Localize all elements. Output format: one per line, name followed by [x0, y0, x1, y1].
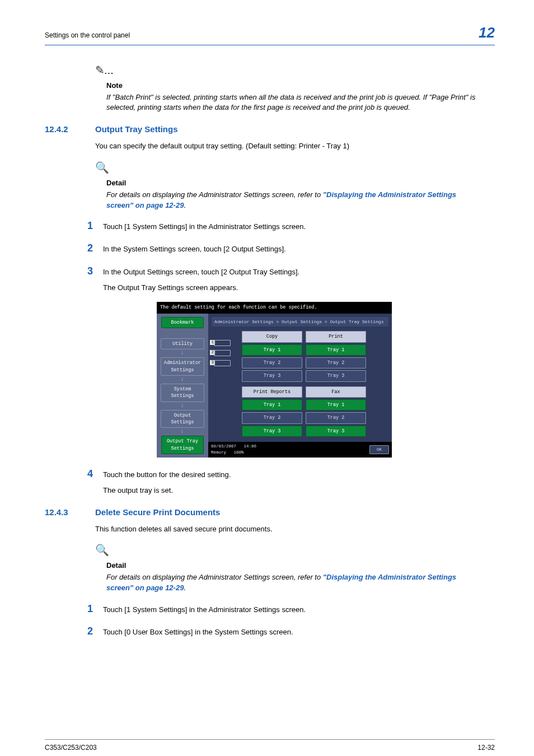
chapter-number: 12 [479, 22, 495, 44]
tray-illustration: 1 2 3 [212, 339, 238, 369]
step-item: 1 Touch [1 System Settings] in the Admin… [84, 218, 495, 233]
column-header-reports: Print Reports [242, 386, 302, 398]
note-body: If "Batch Print" is selected, printing s… [106, 92, 481, 114]
option-copy-tray1[interactable]: Tray 1 [242, 344, 302, 356]
step-item: 1 Touch [1 System Settings] in the Admin… [84, 601, 495, 616]
column-header-fax: Fax [306, 386, 366, 398]
status-bar: 08/03/2007 14:06 Memory 100% OK [208, 442, 392, 458]
step-text: In the System Settings screen, touch [2 … [103, 244, 495, 255]
column-copy: Copy Tray 1 Tray 2 Tray 3 [242, 331, 302, 381]
sidebar-output-tray-settings[interactable]: Output Tray Settings [161, 436, 204, 454]
magnifier-icon: 🔍 [95, 160, 109, 176]
option-reports-tray2[interactable]: Tray 2 [242, 412, 302, 423]
option-print-tray1[interactable]: Tray 1 [306, 344, 366, 356]
step-item: 3 In the Output Settings screen, touch [… [84, 264, 495, 278]
sidebar-system-settings[interactable]: System Settings [161, 384, 204, 402]
header-section-title: Settings on the control panel [45, 31, 130, 40]
column-header-print: Print [306, 331, 366, 342]
option-fax-tray2[interactable]: Tray 2 [306, 412, 366, 423]
step-item: 2 Touch [0 User Box Settings] in the Sys… [84, 624, 495, 638]
option-reports-tray3[interactable]: Tray 3 [242, 426, 302, 437]
footer-model: C353/C253/C203 [45, 743, 97, 753]
detail-post: . [184, 584, 186, 592]
detail-pre: For details on displaying the Administra… [106, 573, 323, 581]
detail-pre: For details on displaying the Administra… [106, 190, 323, 199]
section-number: 12.4.2 [45, 123, 84, 136]
step-text: In the Output Settings screen, touch [2 … [103, 267, 495, 278]
section-intro: This function deletes all saved secure p… [95, 524, 495, 535]
option-fax-tray3[interactable]: Tray 3 [306, 426, 366, 437]
breadcrumb: Administrator Settings > Output Settings… [212, 317, 388, 327]
arrow-down-icon: ↓ [181, 378, 184, 381]
page-footer: C353/C253/C203 12-32 [45, 739, 495, 753]
arrow-down-icon: ↓ [181, 404, 184, 408]
option-print-tray3[interactable]: Tray 3 [306, 370, 366, 381]
pencil-icon: ✎ [95, 62, 105, 78]
column-fax: Fax Tray 1 Tray 2 Tray 3 [306, 386, 366, 437]
detail-block: 🔍 Detail For details on displaying the A… [106, 542, 481, 594]
step-text: Touch [1 System Settings] in the Adminis… [103, 222, 495, 232]
page-header: Settings on the control panel 12 [45, 22, 495, 45]
screenshot-output-tray-settings: The default setting for each function ca… [157, 302, 392, 457]
arrow-down-icon: ↓ [181, 430, 184, 433]
bookmark-button[interactable]: Bookmark [161, 317, 204, 328]
column-reports: Print Reports Tray 1 Tray 2 Tray 3 [242, 386, 302, 437]
detail-title: Detail [106, 561, 481, 571]
detail-title: Detail [106, 178, 481, 189]
step-number: 3 [84, 264, 93, 278]
step-text: Touch [1 System Settings] in the Adminis… [103, 605, 495, 615]
section-title: Delete Secure Print Documents [95, 506, 495, 519]
magnifier-icon: 🔍 [95, 542, 109, 558]
detail-body: For details on displaying the Administra… [106, 190, 481, 211]
note-title: Note [106, 81, 481, 91]
sidebar-admin-settings[interactable]: Administrator Settings [161, 357, 204, 376]
step-number: 2 [84, 241, 93, 255]
option-copy-tray2[interactable]: Tray 2 [242, 357, 302, 368]
detail-post: . [184, 201, 186, 209]
step-item: 2 In the System Settings screen, touch [… [84, 241, 495, 255]
option-reports-tray1[interactable]: Tray 1 [242, 399, 302, 410]
step-text: Touch the button for the desired setting… [103, 470, 495, 480]
status-memory-label: Memory [211, 450, 226, 455]
step-result: The Output Tray Settings screen appears. [103, 283, 495, 293]
section-heading: 12.4.2 Output Tray Settings [45, 123, 495, 136]
step-number: 1 [84, 601, 93, 616]
sidebar-output-settings[interactable]: Output Settings [161, 410, 204, 428]
step-text: Touch [0 User Box Settings] in the Syste… [103, 627, 495, 638]
section-title: Output Tray Settings [95, 123, 495, 136]
section-heading: 12.4.3 Delete Secure Print Documents [45, 506, 495, 519]
detail-block: 🔍 Detail For details on displaying the A… [106, 160, 481, 211]
step-number: 4 [84, 466, 93, 481]
screen-sidebar: Bookmark Utility ↓ Administrator Setting… [157, 314, 208, 458]
column-print: Print Tray 1 Tray 2 Tray 3 [306, 331, 366, 381]
arrow-down-icon: ↓ [181, 352, 184, 355]
step-number: 1 [84, 218, 93, 233]
screen-prompt: The default setting for each function ca… [157, 302, 392, 313]
section-number: 12.4.3 [45, 506, 84, 519]
option-print-tray2[interactable]: Tray 2 [306, 357, 366, 368]
section-intro: You can specify the default output tray … [95, 141, 495, 152]
status-date: 08/03/2007 [211, 444, 236, 449]
column-header-copy: Copy [242, 331, 302, 342]
note-block: ✎... Note If "Batch Print" is selected, … [106, 62, 481, 114]
step-item: 4 Touch the button for the desired setti… [84, 466, 495, 481]
status-memory-value: 100% [234, 450, 244, 455]
sidebar-utility[interactable]: Utility [161, 338, 204, 349]
footer-page-number: 12-32 [477, 743, 495, 753]
step-result: The output tray is set. [103, 486, 495, 496]
step-number: 2 [84, 624, 93, 638]
status-time: 14:06 [244, 444, 257, 449]
option-fax-tray1[interactable]: Tray 1 [306, 399, 366, 410]
detail-body: For details on displaying the Administra… [106, 572, 481, 594]
option-copy-tray3[interactable]: Tray 3 [242, 370, 302, 381]
screen-main: Administrator Settings > Output Settings… [208, 314, 392, 458]
ok-button[interactable]: OK [369, 445, 389, 455]
